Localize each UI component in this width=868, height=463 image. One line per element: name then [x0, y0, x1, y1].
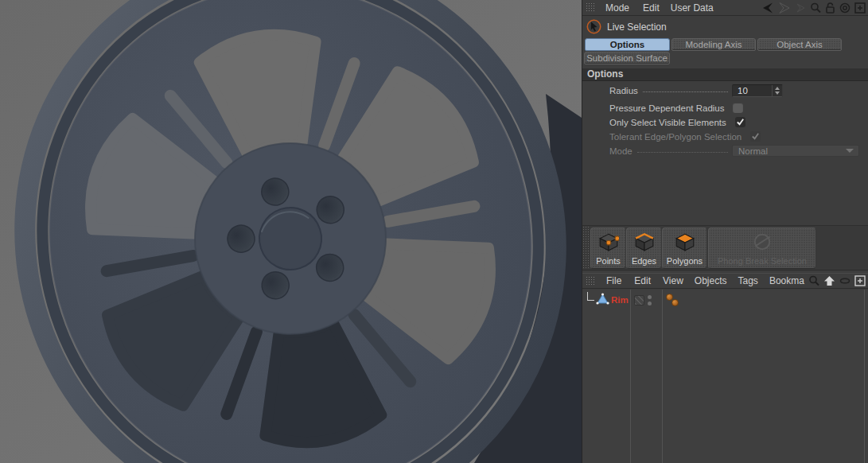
live-selection-icon	[586, 19, 601, 34]
menu-edit[interactable]: Edit	[640, 2, 663, 14]
active-tool-label: Live Selection	[607, 21, 667, 33]
eye-icon[interactable]	[839, 277, 850, 285]
menu-tags[interactable]: Tags	[735, 275, 761, 286]
tolerant-selection-label: Tolerant Edge/Polygon Selection	[609, 132, 741, 142]
phong-break-label: Phong Break Selection	[718, 256, 807, 266]
mode-row: Mode Normal	[582, 144, 868, 158]
render-visibility-dot[interactable]	[648, 302, 652, 305]
active-tool-row: Live Selection	[582, 17, 868, 37]
target-icon[interactable]	[839, 2, 850, 14]
palette-grip-handle[interactable]	[582, 226, 590, 270]
edges-mode-button[interactable]: Edges	[626, 228, 662, 269]
column-divider	[630, 290, 631, 463]
tab-modeling-axis[interactable]: Modeling Axis	[671, 38, 756, 51]
search-icon[interactable]	[810, 2, 821, 14]
editor-visibility-dot[interactable]	[648, 295, 652, 299]
polygon-object-icon[interactable]	[596, 293, 609, 305]
home-icon[interactable]	[823, 275, 835, 286]
mode-dropdown-value: Normal	[733, 146, 846, 156]
spinner-up-icon[interactable]	[775, 87, 780, 90]
object-manager-list[interactable]: Rim	[582, 290, 868, 463]
mode-dropdown: Normal	[732, 145, 859, 157]
radius-spinner[interactable]	[772, 85, 782, 96]
points-label: Points	[596, 256, 621, 266]
forward-alt-icon[interactable]	[794, 2, 806, 14]
back-icon[interactable]	[762, 2, 774, 14]
mode-palette: Points Edges Polygons	[582, 225, 868, 270]
panel-edge	[864, 290, 865, 463]
check-icon	[736, 118, 745, 126]
tab-subdivision-surface[interactable]: Subdivision Surface	[584, 52, 670, 64]
phong-break-selection-button: Phong Break Selection	[708, 228, 816, 269]
forward-icon[interactable]	[778, 2, 790, 14]
radius-value[interactable]: 10	[733, 86, 772, 95]
dotted-leader	[643, 84, 728, 91]
search-icon[interactable]	[808, 275, 819, 286]
chevron-down-icon	[846, 149, 854, 153]
points-mode-button[interactable]: Points	[590, 228, 626, 269]
only-select-visible-checkbox[interactable]	[735, 117, 745, 127]
selection-tag-icon[interactable]	[671, 299, 679, 306]
attribute-manager-menubar: Mode Edit User Data	[582, 0, 868, 16]
menu-mode[interactable]: Mode	[602, 2, 633, 14]
pressure-dependent-radius-label: Pressure Dependent Radius	[609, 103, 724, 113]
viewport-3d[interactable]	[0, 0, 582, 463]
edges-cube-icon	[634, 232, 655, 251]
pressure-dependent-radius-checkbox[interactable]	[733, 103, 743, 113]
hierarchy-elbow	[587, 292, 594, 301]
mode-label: Mode	[609, 146, 633, 156]
polygons-mode-button[interactable]: Polygons	[662, 228, 707, 269]
points-cube-icon	[598, 232, 619, 251]
radius-input[interactable]: 10	[732, 84, 783, 97]
phong-break-icon	[752, 232, 773, 251]
options-section-header[interactable]: Options	[582, 68, 868, 81]
side-panel: Mode Edit User Data Live Selection Optio…	[582, 0, 868, 463]
check-icon	[751, 132, 760, 141]
menu-view[interactable]: View	[660, 275, 687, 286]
add-panel-icon[interactable]	[854, 275, 866, 286]
layer-swatch[interactable]	[634, 295, 644, 305]
object-row-rim[interactable]: Rim	[582, 290, 868, 310]
add-panel-icon[interactable]	[854, 2, 866, 14]
radius-row: Radius 10	[582, 84, 868, 97]
wheel-rim-render	[0, 0, 582, 463]
spinner-down-icon[interactable]	[775, 91, 780, 95]
radius-label: Radius	[609, 86, 638, 95]
panel-grip-handle[interactable]	[586, 2, 596, 13]
menu-edit[interactable]: Edit	[631, 275, 654, 286]
column-divider	[662, 290, 663, 463]
tab-options[interactable]: Options	[585, 38, 670, 51]
dotted-leader	[637, 145, 728, 152]
cinema4d-window: Mode Edit User Data Live Selection Optio…	[0, 0, 868, 463]
panel-grip-handle[interactable]	[586, 276, 596, 286]
polygons-label: Polygons	[667, 256, 703, 266]
lock-icon[interactable]	[825, 2, 835, 14]
visibility-toggles[interactable]	[648, 295, 652, 305]
polygons-cube-icon	[675, 232, 695, 251]
object-name[interactable]: Rim	[611, 295, 629, 305]
tolerant-selection-checkbox	[750, 131, 761, 142]
object-manager-menubar: File Edit View Objects Tags Bookma	[582, 273, 868, 289]
pressure-dependent-radius-row: Pressure Dependent Radius	[582, 101, 868, 115]
menu-file[interactable]: File	[603, 275, 625, 286]
edges-label: Edges	[632, 256, 656, 266]
tab-object-axis[interactable]: Object Axis	[757, 38, 842, 51]
tolerant-selection-row: Tolerant Edge/Polygon Selection	[582, 130, 868, 143]
menu-objects[interactable]: Objects	[691, 275, 730, 286]
only-select-visible-row: Only Select Visible Elements	[582, 115, 868, 129]
menu-user-data[interactable]: User Data	[668, 2, 717, 14]
only-select-visible-label: Only Select Visible Elements	[609, 118, 726, 127]
menu-bookmarks[interactable]: Bookma	[766, 275, 808, 286]
